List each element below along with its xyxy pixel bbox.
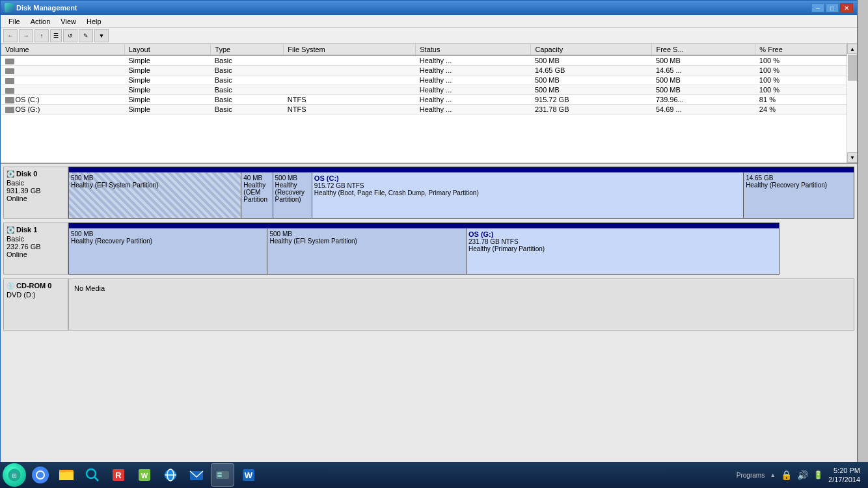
date-display: 2/17/2014 [828, 475, 860, 484]
disk0-c-size: 915.72 GB NTFS [314, 182, 741, 189]
paint-icon[interactable]: R [107, 463, 130, 487]
disk1-g-name: OS (G:) [468, 230, 777, 238]
table-row[interactable]: SimpleBasicHealthy ...14.65 GB14.65 ...1… [1, 66, 847, 75]
mail-icon[interactable] [185, 463, 208, 487]
disk0-part-c[interactable]: OS (C:) 915.72 GB NTFS Healthy (Boot, Pa… [312, 172, 744, 218]
toolbar: ← → ↑ ☰ ↺ ✎ ▼ [1, 28, 857, 44]
disk0-part-oem[interactable]: 40 MB Healthy (OEM Partition [241, 172, 273, 218]
taskbar-time: 5:20 PM 2/17/2014 [828, 466, 860, 485]
disk0-bar [69, 167, 854, 172]
disk0-partition-row: 500 MB Healthy (EFI System Partition) 40… [69, 172, 854, 218]
title-bar-left: Disk Management [5, 3, 77, 12]
disk0-recovery-desc: Healthy (Recovery Partition) [275, 182, 310, 203]
minimize-button[interactable]: – [811, 3, 824, 12]
disk1-recovery-desc: Healthy (Recovery Partition) [71, 237, 265, 245]
maximize-button[interactable]: □ [826, 3, 839, 12]
disk0-oem-desc: Healthy (OEM Partition [243, 182, 270, 203]
table-row[interactable]: SimpleBasicHealthy ...500 MB500 MB100 % [1, 85, 847, 95]
chrome-icon[interactable] [29, 463, 52, 487]
disk0-label: 💽 Disk 0 Basic 931.39 GB Online [3, 167, 68, 219]
disk1-row: 💽 Disk 1 Basic 232.76 GB Online 500 MB H… [3, 223, 854, 275]
disk1-part-g[interactable]: OS (G:) 231.78 GB NTFS Healthy (Primary … [467, 228, 779, 274]
svg-point-4 [37, 472, 44, 478]
toolbar-btn-2[interactable]: → [19, 29, 33, 42]
disk0-efi-desc: Healthy (EFI System Partition) [71, 182, 239, 189]
col-type[interactable]: Type [211, 44, 284, 56]
menu-file[interactable]: File [3, 16, 25, 27]
svg-text:⊞: ⊞ [12, 472, 17, 479]
diskmgmt-taskbar-icon[interactable] [211, 463, 234, 487]
svg-rect-20 [217, 475, 222, 477]
scroll-thumb[interactable] [848, 55, 857, 81]
volume-table: Volume Layout Type File System Status Ca… [1, 44, 847, 115]
disk1-part-efi[interactable]: 500 MB Healthy (EFI System Partition) [267, 228, 466, 274]
col-free[interactable]: Free S... [652, 44, 755, 56]
disk0-part-efi[interactable]: 500 MB Healthy (EFI System Partition) [69, 172, 241, 218]
time-display: 5:20 PM [828, 466, 860, 475]
winamp-icon[interactable]: W [133, 463, 156, 487]
col-capacity[interactable]: Capacity [531, 44, 652, 56]
tray-arrow[interactable]: ▲ [770, 472, 776, 478]
disk1-type: Basic [7, 235, 65, 243]
system-tray: Programs ▲ 🔒 🔊 🔋 5:20 PM 2/17/2014 [737, 466, 865, 485]
col-status[interactable]: Status [416, 44, 531, 56]
table-row[interactable]: OS (G:)SimpleBasicNTFSHealthy ...231.78 … [1, 105, 847, 115]
svg-point-8 [87, 469, 96, 478]
menu-help[interactable]: Help [81, 16, 107, 27]
disk0-recovery2-desc: Healthy (Recovery Partition) [746, 182, 852, 189]
disk0-partitions: 500 MB Healthy (EFI System Partition) 40… [68, 167, 854, 219]
svg-line-9 [94, 477, 98, 481]
disk0-efi-size: 500 MB [71, 174, 239, 182]
disk0-c-desc: Healthy (Boot, Page File, Crash Dump, Pr… [314, 189, 741, 197]
toolbar-btn-3[interactable]: ↑ [34, 29, 49, 42]
cdrom-area: No Media [68, 278, 854, 331]
disk1-size: 232.76 GB [7, 243, 65, 251]
col-volume[interactable]: Volume [1, 44, 125, 56]
taskbar-icons: R W W [29, 463, 737, 487]
table-row[interactable]: SimpleBasicHealthy ...500 MB500 MB100 % [1, 75, 847, 85]
scroll-up[interactable]: ▲ [847, 44, 857, 54]
toolbar-btn-6[interactable]: ✎ [79, 29, 93, 42]
col-filesystem[interactable]: File System [284, 44, 416, 56]
table-row[interactable]: OS (C:)SimpleBasicNTFSHealthy ...915.72 … [1, 95, 847, 105]
scroll-down[interactable]: ▼ [847, 152, 857, 163]
tray-network: 🔒 [781, 470, 792, 480]
word-icon[interactable]: W [237, 463, 260, 487]
start-button[interactable]: ⊞ [3, 463, 26, 487]
explorer-icon[interactable] [55, 463, 78, 487]
disk0-status: Online [7, 195, 65, 202]
disk1-part-recovery[interactable]: 500 MB Healthy (Recovery Partition) [69, 228, 267, 274]
search-icon[interactable] [81, 463, 104, 487]
ie-icon[interactable] [159, 463, 182, 487]
col-layout[interactable]: Layout [124, 44, 211, 56]
col-pct[interactable]: % Free [755, 44, 847, 56]
cdrom-type: DVD (D:) [7, 291, 65, 299]
disk1-bar [69, 223, 779, 228]
toolbar-btn-5[interactable]: ↺ [63, 29, 77, 42]
disk0-part-recovery2[interactable]: 14.65 GB Healthy (Recovery Partition) [744, 172, 854, 218]
menu-action[interactable]: Action [25, 16, 56, 27]
svg-rect-6 [59, 472, 74, 480]
disk1-g-desc: Healthy (Primary Partition) [468, 245, 777, 252]
svg-text:R: R [115, 470, 122, 480]
table-row[interactable]: SimpleBasicHealthy ...500 MB500 MB100 % [1, 55, 847, 66]
disk1-g-size: 231.78 GB NTFS [468, 238, 777, 245]
toolbar-btn-4[interactable]: ☰ [50, 29, 62, 42]
disk0-row: 💽 Disk 0 Basic 931.39 GB Online 500 MB H… [3, 167, 854, 219]
close-button[interactable]: ✕ [840, 3, 853, 12]
disk0-recovery2-size: 14.65 GB [746, 174, 852, 182]
svg-rect-7 [59, 470, 66, 472]
toolbar-btn-7[interactable]: ▼ [94, 29, 109, 42]
menu-view[interactable]: View [55, 16, 81, 27]
disk1-recovery-size: 500 MB [71, 230, 265, 237]
tray-battery: 🔋 [813, 470, 823, 480]
cdrom-name: CD-ROM 0 [16, 282, 51, 290]
disk0-part-recovery[interactable]: 500 MB Healthy (Recovery Partition) [273, 172, 312, 218]
title-bar: Disk Management – □ ✕ [1, 1, 857, 15]
toolbar-btn-1[interactable]: ← [3, 29, 18, 42]
disk0-name: Disk 0 [16, 170, 37, 178]
scroll-track [847, 54, 857, 152]
taskbar: ⊞ R W [0, 462, 868, 488]
disk0-size: 931.39 GB [7, 187, 65, 195]
table-scrollbar[interactable]: ▲ ▼ [847, 44, 857, 163]
